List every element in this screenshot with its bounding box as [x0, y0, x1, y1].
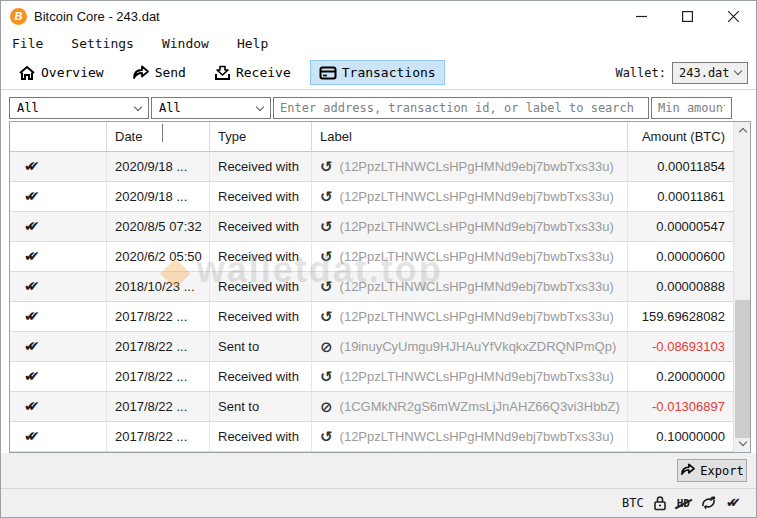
received-arrow-icon: ↺: [320, 369, 333, 384]
label-cell: ↺(12PpzLTHNWCLsHPgHMNd9ebj7bwbTxs33u): [312, 302, 628, 331]
vertical-scrollbar[interactable]: [733, 122, 750, 452]
type-cell: Received with: [210, 182, 312, 211]
column-header-label[interactable]: Label: [312, 122, 628, 151]
transaction-row[interactable]: ✔✔2017/8/22 ...Sent to⊘(19inuyCyUmgu9HJH…: [10, 332, 750, 362]
confirmed-check-icon: ✔✔: [24, 248, 46, 266]
received-arrow-icon: ↺: [320, 249, 333, 264]
status-cell: ✔✔: [10, 212, 107, 241]
type-cell: Sent to: [210, 332, 312, 361]
titlebar: B Bitcoin Core - 243.dat: [1, 1, 756, 31]
received-arrow-icon: ↺: [320, 429, 333, 444]
amount-cell: 0.10000000: [628, 422, 733, 451]
address-label: (1CGMkNR2gS6mWZmsLjJnAHZ66Q3vi3HbbZ): [340, 399, 620, 414]
sync-check-icon: ✔✔: [726, 495, 744, 511]
column-header-amount[interactable]: Amount (BTC): [628, 122, 733, 151]
amount-cell: 0.20000000: [628, 362, 733, 391]
column-header-status[interactable]: [10, 122, 107, 151]
label-cell: ↺(12PpzLTHNWCLsHPgHMNd9ebj7bwbTxs33u): [312, 212, 628, 241]
transaction-row[interactable]: ✔✔2018/10/23 ...Received with↺(12PpzLTHN…: [10, 272, 750, 302]
label-cell: ⊘(1CGMkNR2gS6mWZmsLjJnAHZ66Q3vi3HbbZ): [312, 392, 628, 421]
transaction-row[interactable]: ✔✔2017/8/22 ...Received with↺(12PpzLTHNW…: [10, 422, 750, 452]
date-cell: 2020/6/2 05:50: [107, 242, 210, 271]
status-bar: BTC HD ✔✔: [1, 488, 756, 517]
hd-disabled-icon: HD: [676, 497, 691, 510]
tab-send[interactable]: Send: [123, 60, 195, 85]
label-cell: ↺(12PpzLTHNWCLsHPgHMNd9ebj7bwbTxs33u): [312, 272, 628, 301]
amount-cell: 0.00000600: [628, 242, 733, 271]
type-cell: Received with: [210, 302, 312, 331]
transaction-row[interactable]: ✔✔2020/9/18 ...Received with↺(12PpzLTHNW…: [10, 152, 750, 182]
window-controls: [618, 1, 756, 31]
table-header: Date Type Label Amount (BTC): [10, 122, 750, 152]
confirmed-check-icon: ✔✔: [24, 278, 46, 296]
transaction-row[interactable]: ✔✔2020/9/18 ...Received with↺(12PpzLTHNW…: [10, 182, 750, 212]
scrollbar-thumb[interactable]: [735, 300, 750, 438]
type-cell: Received with: [210, 422, 312, 451]
status-cell: ✔✔: [10, 392, 107, 421]
menu-window[interactable]: Window: [160, 34, 211, 53]
search-input[interactable]: [273, 97, 649, 119]
scroll-up-icon[interactable]: [734, 122, 751, 139]
column-header-type[interactable]: Type: [210, 122, 312, 151]
network-icon: [700, 495, 717, 511]
label-cell: ⊘(19inuyCyUmgu9HJHAuYfVkqkxZDRQNPmQp): [312, 332, 628, 361]
close-icon[interactable]: [710, 1, 756, 31]
address-label: (12PpzLTHNWCLsHPgHMNd9ebj7bwbTxs33u): [340, 159, 614, 174]
address-label: (12PpzLTHNWCLsHPgHMNd9ebj7bwbTxs33u): [340, 279, 614, 294]
confirmed-check-icon: ✔✔: [24, 338, 46, 356]
transactions-tbody: ✔✔2020/9/18 ...Received with↺(12PpzLTHNW…: [10, 152, 750, 452]
menu-settings[interactable]: Settings: [69, 34, 136, 53]
wallet-dropdown[interactable]: 243.dat: [672, 62, 748, 84]
transaction-row[interactable]: ✔✔2017/8/22 ...Received with↺(12PpzLTHNW…: [10, 362, 750, 392]
menu-file[interactable]: File: [10, 34, 45, 53]
export-button[interactable]: Export: [677, 459, 747, 482]
transaction-row[interactable]: ✔✔2017/8/22 ...Sent to⊘(1CGMkNR2gS6mWZms…: [10, 392, 750, 422]
min-amount-input[interactable]: [651, 97, 732, 119]
amount-cell: 0.00011861: [628, 182, 733, 211]
type-filter-value: All: [159, 101, 181, 115]
label-cell: ↺(12PpzLTHNWCLsHPgHMNd9ebj7bwbTxs33u): [312, 422, 628, 451]
amount-cell: 159.69628082: [628, 302, 733, 331]
chevron-down-icon: [734, 67, 742, 75]
minimize-icon[interactable]: [618, 1, 664, 31]
amount-cell: 0.00000888: [628, 272, 733, 301]
transaction-row[interactable]: ✔✔2020/8/5 07:32Received with↺(12PpzLTHN…: [10, 212, 750, 242]
maximize-icon[interactable]: [664, 1, 710, 31]
date-cell: 2017/8/22 ...: [107, 332, 210, 361]
date-cell: 2018/10/23 ...: [107, 272, 210, 301]
sent-arrow-icon: ⊘: [320, 399, 333, 414]
status-cell: ✔✔: [10, 152, 107, 181]
tab-transactions[interactable]: Transactions: [310, 60, 445, 85]
transaction-row[interactable]: ✔✔2020/6/2 05:50Received with↺(12PpzLTHN…: [10, 242, 750, 272]
window-title: Bitcoin Core - 243.dat: [34, 9, 160, 24]
received-arrow-icon: ↺: [320, 219, 333, 234]
address-label: (12PpzLTHNWCLsHPgHMNd9ebj7bwbTxs33u): [340, 309, 614, 324]
status-cell: ✔✔: [10, 272, 107, 301]
date-filter-dropdown[interactable]: All: [9, 97, 149, 119]
confirmed-check-icon: ✔✔: [24, 368, 46, 386]
amount-cell: -0.08693103: [628, 332, 733, 361]
filter-bar: All All: [9, 97, 751, 119]
bottom-area: [1, 453, 756, 488]
bitcoin-logo-icon: B: [10, 8, 27, 25]
column-header-date[interactable]: Date: [107, 122, 210, 151]
wallet-label: Wallet:: [615, 66, 666, 80]
tab-overview[interactable]: Overview: [9, 60, 113, 86]
type-filter-dropdown[interactable]: All: [151, 97, 271, 119]
transaction-row[interactable]: ✔✔2017/8/22 ...Received with↺(12PpzLTHNW…: [10, 302, 750, 332]
received-arrow-icon: ↺: [320, 279, 333, 294]
tab-receive[interactable]: Receive: [205, 60, 300, 86]
confirmed-check-icon: ✔✔: [24, 308, 46, 326]
confirmed-check-icon: ✔✔: [24, 158, 46, 176]
unit-display[interactable]: BTC: [622, 496, 644, 510]
confirmed-check-icon: ✔✔: [24, 188, 46, 206]
status-cell: ✔✔: [10, 422, 107, 451]
label-cell: ↺(12PpzLTHNWCLsHPgHMNd9ebj7bwbTxs33u): [312, 152, 628, 181]
confirmed-check-icon: ✔✔: [24, 398, 46, 416]
address-label: (19inuyCyUmgu9HJHAuYfVkqkxZDRQNPmQp): [340, 339, 617, 354]
date-cell: 2017/8/22 ...: [107, 392, 210, 421]
menu-help[interactable]: Help: [235, 34, 270, 53]
export-arrow-icon: [680, 463, 696, 479]
address-label: (12PpzLTHNWCLsHPgHMNd9ebj7bwbTxs33u): [340, 249, 614, 264]
status-cell: ✔✔: [10, 332, 107, 361]
